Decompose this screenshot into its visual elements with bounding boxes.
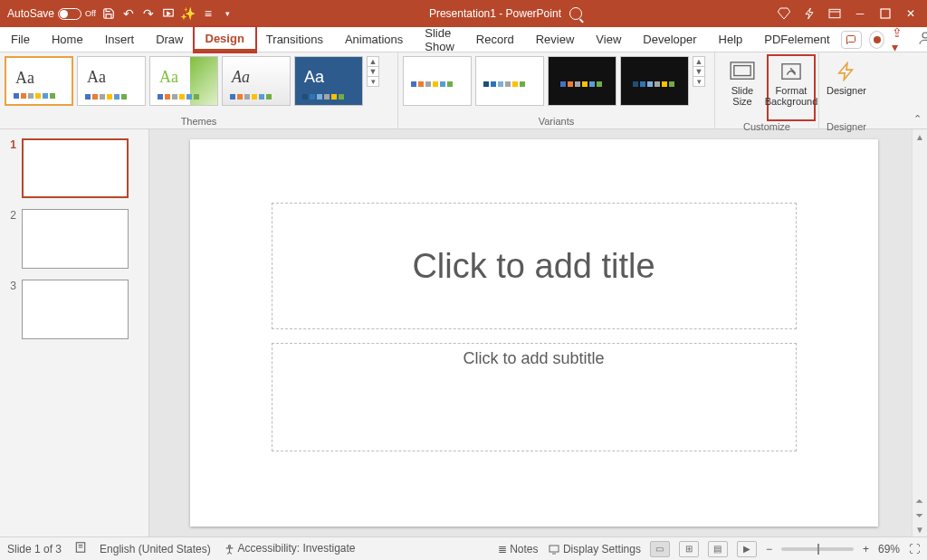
autosave-label: AutoSave (7, 7, 54, 20)
share-icon[interactable]: ⇪ ▾ (892, 25, 909, 54)
fit-window-icon[interactable]: ⛶ (909, 543, 920, 555)
theme-thumb[interactable]: Aa (294, 56, 363, 106)
tab-insert[interactable]: Insert (94, 27, 146, 52)
tab-pdfelement[interactable]: PDFelement (753, 27, 840, 52)
zoom-in-icon[interactable]: + (863, 543, 869, 555)
zoom-slider[interactable] (781, 547, 854, 551)
slide-thumbnail-1[interactable]: 1 (0, 135, 148, 205)
theme-office[interactable]: Aa (5, 56, 73, 106)
theme-thumb[interactable]: Aa (222, 56, 291, 106)
slide-up-icon[interactable]: ⏶ (913, 493, 927, 508)
designer-button[interactable]: Designer (824, 56, 869, 119)
close-icon[interactable]: ✕ (903, 6, 918, 21)
slide-size-button[interactable]: Slide Size (720, 56, 765, 119)
zoom-out-icon[interactable]: − (766, 543, 772, 555)
svg-rect-1 (829, 9, 840, 17)
autosave-state: Off (85, 9, 96, 18)
svg-rect-2 (881, 9, 890, 18)
titlebar: AutoSave Off ↶ ↷ ✨ ≡ ▾ Presentation1 - P… (0, 0, 927, 27)
tab-design[interactable]: Design (195, 27, 255, 52)
svg-point-8 (228, 545, 230, 546)
scroll-up-icon[interactable]: ▲ (913, 129, 927, 144)
tab-help[interactable]: Help (708, 27, 754, 52)
tab-animations[interactable]: Animations (334, 27, 414, 52)
slide-thumbnails-pane: 1 2 3 (0, 129, 149, 536)
autosave-toggle[interactable]: AutoSave Off (7, 7, 96, 20)
slide-thumbnail-3[interactable]: 3 (0, 276, 148, 346)
ribbon-display-options-icon[interactable] (827, 6, 842, 21)
vertical-scrollbar[interactable]: ▲ ⏶ ⏷ ▼ (912, 129, 927, 536)
variant-thumb[interactable] (548, 56, 616, 106)
variant-thumb[interactable] (403, 56, 472, 106)
svg-rect-5 (734, 66, 750, 76)
minimize-icon[interactable]: ─ (853, 6, 867, 21)
tab-transitions[interactable]: Transitions (255, 27, 334, 52)
slide: Click to add title Click to add subtitle (190, 139, 878, 527)
language-label[interactable]: English (United States) (100, 543, 211, 555)
maximize-icon[interactable] (878, 6, 893, 21)
variant-thumb[interactable] (475, 56, 544, 106)
normal-view-icon[interactable]: ▭ (650, 541, 670, 557)
variant-thumb[interactable] (620, 56, 689, 106)
spellcheck-icon[interactable] (74, 541, 87, 556)
slideshow-view-icon[interactable]: ▶ (737, 541, 757, 557)
tab-file[interactable]: File (0, 27, 41, 52)
undo-icon[interactable]: ↶ (121, 6, 136, 21)
theme-thumb[interactable]: Aa (77, 56, 146, 106)
tab-draw[interactable]: Draw (145, 27, 194, 52)
slide-counter[interactable]: Slide 1 of 3 (7, 543, 62, 555)
zoom-percent[interactable]: 69% (878, 543, 900, 555)
workspace: 1 2 3 Click to add title Click to add su… (0, 129, 927, 536)
slide-down-icon[interactable]: ⏷ (913, 508, 927, 522)
tab-slideshow[interactable]: Slide Show (414, 27, 465, 52)
variants-group-label: Variants (403, 114, 710, 128)
ribbon: Aa Aa Aa Aa Aa ▲▼▾ Themes ▲▼▾ Variants (0, 52, 927, 129)
tab-home[interactable]: Home (41, 27, 94, 52)
slide-mini (22, 280, 129, 339)
scroll-down-icon[interactable]: ▼ (913, 522, 927, 536)
tab-developer[interactable]: Developer (632, 27, 707, 52)
svg-rect-9 (550, 546, 559, 552)
theme-thumb[interactable]: Aa (149, 56, 218, 106)
tab-review[interactable]: Review (525, 27, 586, 52)
accessibility-status[interactable]: Accessibility: Investigate (224, 542, 356, 555)
search-icon[interactable] (569, 6, 583, 21)
comments-icon[interactable] (841, 31, 863, 49)
save-icon[interactable] (101, 6, 116, 21)
qat-dropdown-icon[interactable]: ▾ (221, 6, 235, 21)
touch-mode-icon[interactable]: ✨ (181, 6, 196, 21)
display-settings-button[interactable]: Display Settings (548, 543, 641, 555)
notes-button[interactable]: ≣ Notes (498, 543, 539, 555)
coming-soon-icon[interactable] (802, 6, 817, 21)
slide-canvas-area[interactable]: Click to add title Click to add subtitle… (149, 129, 927, 536)
quick-print-icon[interactable]: ≡ (201, 6, 215, 21)
svg-point-3 (922, 33, 927, 38)
start-from-beginning-icon[interactable] (161, 6, 176, 21)
statusbar: Slide 1 of 3 English (United States) Acc… (0, 536, 927, 560)
title-placeholder[interactable]: Click to add title (272, 203, 797, 329)
variants-gallery-more[interactable]: ▲▼▾ (693, 56, 705, 87)
slide-mini (22, 138, 129, 198)
reading-view-icon[interactable]: ▤ (708, 541, 728, 557)
redo-icon[interactable]: ↷ (141, 6, 156, 21)
tab-view[interactable]: View (585, 27, 632, 52)
themes-group-label: Themes (5, 114, 393, 128)
premium-diamond-icon[interactable] (777, 6, 791, 21)
themes-gallery-more[interactable]: ▲▼▾ (367, 56, 379, 87)
window-title: Presentation1 - PowerPoint (429, 7, 561, 20)
record-circle-icon[interactable] (869, 31, 884, 49)
format-background-button[interactable]: Format Background (769, 56, 814, 119)
subtitle-placeholder[interactable]: Click to add subtitle (272, 343, 797, 451)
collapse-ribbon-icon[interactable]: ⌃ (913, 113, 922, 125)
slide-mini (22, 209, 129, 269)
slide-thumbnail-2[interactable]: 2 (0, 205, 148, 276)
ribbon-tabs: File Home Insert Draw Design Transitions… (0, 27, 927, 52)
account-icon[interactable] (917, 30, 927, 49)
sorter-view-icon[interactable]: ⊞ (679, 541, 699, 557)
toggle-off-icon (58, 8, 81, 20)
tab-record[interactable]: Record (465, 27, 525, 52)
